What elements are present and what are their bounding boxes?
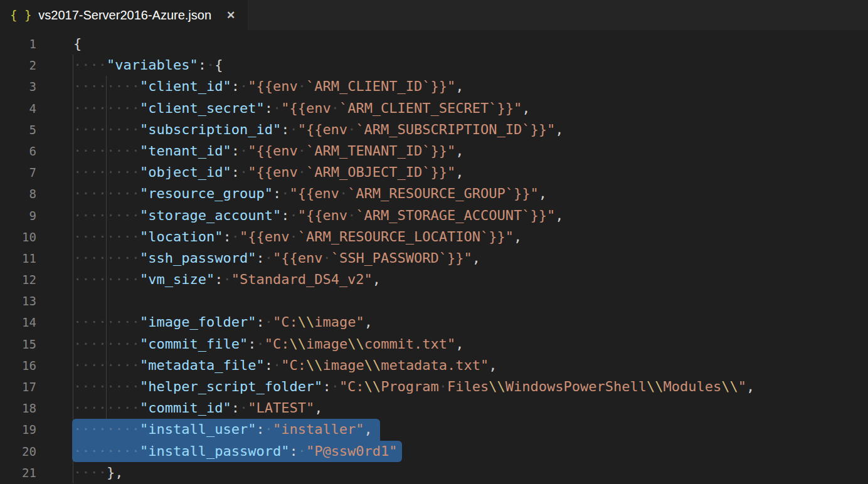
code-token: "tenant_id" bbox=[140, 143, 231, 159]
code-area[interactable]: {····"variables":·{········"client_id":·… bbox=[0, 33, 868, 483]
code-token: : bbox=[256, 421, 264, 437]
whitespace-dots: · bbox=[331, 100, 339, 116]
whitespace-dots: · bbox=[298, 443, 306, 459]
whitespace-dots: · bbox=[339, 186, 347, 201]
whitespace-dots: · bbox=[439, 379, 447, 394]
line-number[interactable]: 1 bbox=[0, 33, 36, 55]
code-line[interactable]: ········"resource_group":·"{{env·`ARM_RE… bbox=[0, 183, 868, 204]
line-number[interactable]: 3 bbox=[0, 76, 36, 97]
code-line[interactable] bbox=[0, 290, 868, 312]
tab-vs2017-server2016-azure[interactable]: { } vs2017-Server2016-Azure.json ✕ bbox=[0, 0, 248, 30]
line-number[interactable]: 20 bbox=[0, 441, 36, 462]
code-token: : bbox=[256, 250, 264, 266]
code-line[interactable]: ········"image_folder":·"C:\\image", bbox=[0, 312, 868, 333]
code-token: , bbox=[555, 208, 563, 223]
code-line[interactable]: ········"ssh_password":·"{{env·`SSH_PASS… bbox=[0, 248, 868, 269]
whitespace-dots: · bbox=[347, 122, 356, 137]
code-token: `SSH_PASSWORD`}}" bbox=[331, 250, 472, 266]
whitespace-dots: ········ bbox=[73, 143, 140, 159]
tab-close-icon[interactable]: ✕ bbox=[226, 9, 235, 22]
code-token: `ARM_TENANT_ID`}}" bbox=[306, 143, 455, 159]
code-token: \\ bbox=[347, 336, 364, 352]
whitespace-dots: ········ bbox=[73, 443, 140, 459]
line-number[interactable]: 5 bbox=[0, 119, 36, 140]
line-number[interactable]: 12 bbox=[0, 269, 36, 290]
json-file-icon: { } bbox=[10, 8, 31, 22]
code-token: , bbox=[489, 357, 497, 373]
whitespace-dots: ········ bbox=[73, 421, 140, 437]
code-token: : bbox=[281, 208, 289, 223]
code-line[interactable]: { bbox=[0, 33, 868, 55]
code-token: , bbox=[314, 400, 322, 416]
code-token: `ARM_STORAGE_ACCOUNT`}}" bbox=[356, 208, 555, 223]
code-token: , bbox=[455, 78, 463, 94]
line-number[interactable]: 6 bbox=[0, 140, 36, 162]
code-token: "C: bbox=[265, 336, 290, 352]
code-token: Program bbox=[381, 379, 439, 394]
whitespace-dots: · bbox=[322, 250, 331, 266]
line-number[interactable]: 9 bbox=[0, 205, 36, 226]
line-number[interactable]: 19 bbox=[0, 419, 36, 440]
code-line[interactable]: ········"client_secret":·"{{env·`ARM_CLI… bbox=[0, 98, 868, 119]
whitespace-dots: ········ bbox=[73, 229, 140, 245]
code-token: image bbox=[322, 357, 364, 373]
whitespace-dots: ········ bbox=[73, 357, 140, 373]
whitespace-dots: · bbox=[281, 186, 289, 201]
code-line[interactable]: ········"commit_id":·"LATEST", bbox=[0, 397, 868, 419]
code-token: \\ bbox=[364, 357, 381, 373]
line-number[interactable]: 17 bbox=[0, 376, 36, 397]
line-number[interactable]: 14 bbox=[0, 312, 36, 333]
code-token: Modules bbox=[664, 379, 722, 394]
code-line[interactable]: ········"object_id":·"{{env·`ARM_OBJECT_… bbox=[0, 162, 868, 183]
code-line[interactable]: ········"commit_file":·"C:\\image\\commi… bbox=[0, 334, 868, 355]
line-number[interactable]: 4 bbox=[0, 98, 36, 119]
line-number[interactable]: 16 bbox=[0, 355, 36, 376]
code-token: `ARM_RESOURCE_GROUP`}}" bbox=[347, 186, 539, 201]
line-number[interactable]: 21 bbox=[0, 462, 36, 483]
line-number[interactable]: 13 bbox=[0, 290, 36, 312]
whitespace-dots: · bbox=[298, 78, 306, 94]
line-number[interactable]: 7 bbox=[0, 162, 36, 183]
line-number[interactable]: 10 bbox=[0, 226, 36, 248]
code-line[interactable]: ····"variables":·{ bbox=[0, 55, 868, 76]
code-token: "ssh_password" bbox=[140, 250, 256, 266]
code-line[interactable]: ········"install_user":·"installer", bbox=[0, 419, 868, 440]
whitespace-dots: · bbox=[240, 164, 248, 180]
code-token: commit.txt" bbox=[364, 336, 456, 352]
line-number[interactable]: 2 bbox=[0, 55, 36, 76]
line-number[interactable]: 15 bbox=[0, 334, 36, 355]
line-number-gutter: 123456789101112131415161718192021 bbox=[0, 33, 36, 483]
code-token: , bbox=[514, 229, 522, 245]
whitespace-dots: · bbox=[223, 271, 231, 287]
code-token: `ARM_CLIENT_ID`}}" bbox=[306, 78, 455, 94]
line-number[interactable]: 8 bbox=[0, 183, 36, 204]
code-line[interactable]: ········"metadata_file":·"C:\\image\\met… bbox=[0, 355, 868, 376]
whitespace-dots: ···· bbox=[73, 57, 107, 73]
code-line[interactable]: ········"helper_script_folder":·"C:\\Pro… bbox=[0, 376, 868, 397]
whitespace-dots: · bbox=[289, 208, 297, 223]
code-token: : bbox=[265, 100, 273, 116]
code-token: "install_user" bbox=[140, 421, 256, 437]
code-line[interactable]: ········"install_password":·"P@ssw0rd1" bbox=[0, 441, 868, 462]
code-token: "client_secret" bbox=[140, 100, 265, 116]
whitespace-dots: · bbox=[289, 229, 297, 245]
code-token: "C: bbox=[339, 379, 364, 394]
code-line[interactable]: ········"subscription_id":·"{{env·`ARM_S… bbox=[0, 119, 868, 140]
code-token: "C: bbox=[273, 314, 298, 330]
whitespace-dots: ········ bbox=[73, 314, 140, 330]
code-line[interactable]: ········"client_id":·"{{env·`ARM_CLIENT_… bbox=[0, 76, 868, 97]
code-line[interactable]: ········"vm_size":·"Standard_DS4_v2", bbox=[0, 269, 868, 290]
line-number[interactable]: 11 bbox=[0, 248, 36, 269]
code-token: , bbox=[472, 250, 480, 266]
code-line[interactable]: ········"location":·"{{env·`ARM_RESOURCE… bbox=[0, 226, 868, 248]
line-number[interactable]: 18 bbox=[0, 397, 36, 419]
code-token: { bbox=[214, 57, 223, 73]
code-line[interactable]: ····}, bbox=[0, 462, 868, 483]
code-line[interactable]: ········"storage_account":·"{{env·`ARM_S… bbox=[0, 205, 868, 226]
editor[interactable]: 123456789101112131415161718192021 {····"… bbox=[0, 30, 868, 484]
code-token: "{{env bbox=[248, 143, 297, 159]
code-line[interactable]: ········"tenant_id":·"{{env·`ARM_TENANT_… bbox=[0, 140, 868, 162]
code-token: : bbox=[289, 443, 297, 459]
whitespace-dots: · bbox=[206, 57, 214, 73]
code-token: : bbox=[231, 400, 240, 416]
